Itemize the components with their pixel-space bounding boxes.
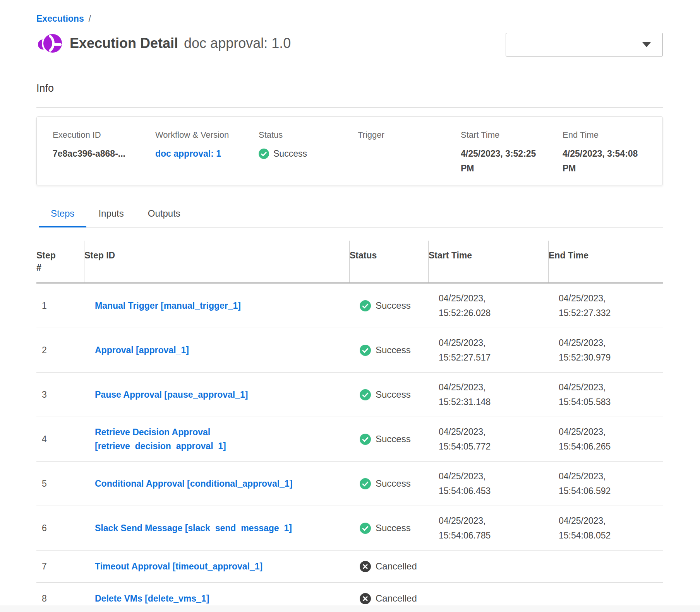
step-start-time: 04/25/2023,15:52:27.517 — [429, 335, 549, 365]
field-trigger: Trigger — [358, 130, 461, 175]
info-section-title: Info — [36, 82, 663, 95]
step-number: 7 — [36, 561, 84, 572]
step-status: Success — [350, 434, 429, 445]
table-row: 3 Pause Approval [pause_approval_1] Succ… — [36, 372, 663, 417]
step-status: Success — [350, 345, 429, 356]
check-circle-icon — [360, 300, 371, 311]
table-row: 2 Approval [approval_1] Success 04/25/20… — [36, 328, 663, 372]
step-id-link[interactable]: Retrieve Decision Approval [retrieve_dec… — [95, 425, 335, 453]
step-status-text: Success — [376, 389, 411, 400]
step-end-time: 04/25/2023,15:52:30.979 — [549, 335, 663, 365]
step-status-text: Success — [376, 345, 411, 356]
step-id-link[interactable]: Conditional Approval [conditional_approv… — [95, 477, 292, 491]
check-circle-icon — [360, 478, 371, 489]
step-start-time: 04/25/2023,15:52:31.148 — [429, 380, 549, 409]
step-status: Cancelled — [350, 593, 429, 604]
step-id-link[interactable]: Pause Approval [pause_approval_1] — [95, 388, 248, 402]
step-start-time: 04/25/2023,15:52:26.028 — [429, 291, 549, 320]
x-circle-icon — [360, 561, 371, 572]
step-status: Success — [350, 300, 429, 311]
steps-table-rows: 1 Manual Trigger [manual_trigger_1] Succ… — [36, 284, 663, 612]
header-divider — [36, 66, 663, 66]
step-id-link[interactable]: Slack Send Message [slack_send_message_1… — [95, 521, 292, 535]
workflow-icon — [36, 31, 63, 55]
table-row: 1 Manual Trigger [manual_trigger_1] Succ… — [36, 284, 663, 328]
step-number: 4 — [36, 434, 84, 444]
step-start-time: 04/25/2023,15:54:06.453 — [429, 469, 549, 498]
step-status: Success — [350, 478, 429, 489]
execution-id-value: 7e8ac396-a868-... — [53, 146, 142, 161]
execution-detail-page: Executions / Execution Detaildoc approva… — [36, 0, 663, 612]
header-step-number: Step # — [36, 241, 84, 282]
step-id-link[interactable]: Delete VMs [delete_vms_1] — [95, 591, 209, 605]
chevron-down-icon — [642, 42, 651, 47]
check-circle-icon — [360, 523, 371, 534]
step-status-text: Cancelled — [376, 593, 417, 604]
page-bottom-strip — [0, 605, 700, 612]
end-time-value: 4/25/2023, 3:54:08 PM — [563, 146, 650, 176]
step-number: 3 — [36, 390, 84, 400]
step-status-text: Success — [376, 300, 411, 311]
check-circle-icon — [360, 434, 371, 445]
step-id-link[interactable]: Approval [approval_1] — [95, 343, 189, 357]
x-circle-icon — [360, 593, 371, 604]
tab-inputs[interactable]: Inputs — [86, 207, 136, 227]
tab-steps[interactable]: Steps — [39, 207, 86, 227]
page-title: Execution Detaildoc approval: 1.0 — [70, 31, 291, 55]
start-time-value: 4/25/2023, 3:52:25 PM — [461, 146, 550, 176]
step-status-text: Success — [376, 434, 411, 444]
step-start-time: 04/25/2023,15:54:06.785 — [429, 513, 549, 543]
step-end-time: 04/25/2023,15:52:27.332 — [549, 291, 663, 320]
field-execution-id: Execution ID 7e8ac396-a868-... — [53, 130, 155, 175]
execution-info-card: Execution ID 7e8ac396-a868-... Workflow … — [36, 116, 663, 185]
field-status: Status Success — [259, 130, 358, 175]
step-status: Success — [350, 389, 429, 400]
breadcrumb-executions-link[interactable]: Executions — [36, 13, 84, 24]
step-id-link[interactable]: Manual Trigger [manual_trigger_1] — [95, 299, 241, 313]
check-circle-icon — [360, 389, 371, 400]
status-value: Success — [273, 146, 307, 161]
step-number: 6 — [36, 523, 84, 533]
breadcrumb: Executions / — [36, 0, 663, 24]
breadcrumb-separator: / — [89, 13, 91, 24]
tab-bar: Steps Inputs Outputs — [39, 207, 663, 227]
field-workflow-version: Workflow & Version doc approval: 1 — [155, 130, 259, 175]
table-row: 6 Slack Send Message [slack_send_message… — [36, 506, 663, 550]
step-number: 8 — [36, 593, 84, 604]
step-number: 5 — [36, 479, 84, 489]
header-end-time: End Time — [549, 241, 663, 282]
step-end-time: 04/25/2023,15:54:08.052 — [549, 513, 663, 543]
tab-outputs[interactable]: Outputs — [136, 207, 192, 227]
page-subtitle: doc approval: 1.0 — [184, 35, 291, 51]
table-row: 7 Timeout Approval [timeout_approval_1] … — [36, 550, 663, 582]
header-status: Status — [350, 241, 429, 282]
table-row: 5 Conditional Approval [conditional_appr… — [36, 461, 663, 506]
step-id-link[interactable]: Timeout Approval [timeout_approval_1] — [95, 559, 262, 573]
header-start-time: Start Time — [429, 241, 549, 282]
step-number: 1 — [36, 301, 84, 311]
step-end-time: 04/25/2023,15:54:05.583 — [549, 380, 663, 409]
header-step-id: Step ID — [84, 241, 350, 282]
check-circle-icon — [360, 345, 371, 356]
step-status-text: Success — [376, 478, 411, 489]
info-divider — [36, 107, 663, 108]
field-end-time: End Time 4/25/2023, 3:54:08 PM — [563, 130, 657, 175]
step-status: Success — [350, 523, 429, 534]
step-status-text: Success — [376, 523, 411, 533]
step-status-text: Cancelled — [376, 561, 417, 572]
steps-table-header: Step # Step ID Status Start Time End Tim… — [36, 241, 663, 284]
workflow-version-link[interactable]: doc approval: 1 — [155, 149, 221, 159]
step-end-time: 04/25/2023,15:54:06.265 — [549, 424, 663, 454]
step-end-time: 04/25/2023,15:54:06.592 — [549, 469, 663, 498]
scope-selector[interactable] — [506, 33, 663, 56]
step-number: 2 — [36, 345, 84, 356]
check-circle-icon — [259, 149, 269, 159]
field-start-time: Start Time 4/25/2023, 3:52:25 PM — [461, 130, 563, 175]
table-row: 4 Retrieve Decision Approval [retrieve_d… — [36, 417, 663, 461]
step-status: Cancelled — [350, 561, 429, 572]
step-start-time: 04/25/2023,15:54:05.772 — [429, 424, 549, 454]
